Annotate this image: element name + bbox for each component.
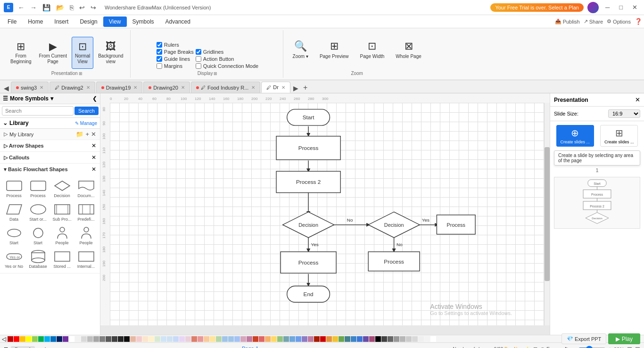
search-input[interactable] [2, 106, 74, 116]
color-swatch[interactable] [63, 336, 68, 342]
color-swatch[interactable] [38, 336, 44, 342]
shape-people-1[interactable]: People [51, 225, 73, 247]
shape-people-2[interactable]: People [75, 225, 97, 247]
share-btn[interactable]: ↗ Share [584, 18, 603, 25]
export-quick-btn[interactable]: ⎘ [68, 3, 75, 12]
save-btn[interactable]: 💾 [41, 3, 52, 12]
color-swatch[interactable] [112, 336, 117, 342]
zoom-slider[interactable] [578, 346, 606, 348]
color-swatch[interactable] [155, 336, 160, 342]
symbols-collapse-btn[interactable]: ❮ [92, 95, 97, 102]
color-swatch[interactable] [369, 336, 375, 342]
color-swatch[interactable] [173, 336, 179, 342]
fit-page-btn[interactable]: ⊡ [627, 346, 632, 348]
color-swatch[interactable] [363, 336, 369, 342]
tab-food-industry[interactable]: 🖊 Food Industry R... ✕ [191, 82, 260, 93]
slide-thumbnail[interactable]: Start Process Process 2 Decision [554, 177, 640, 229]
zoom-in-btn[interactable]: + [608, 346, 612, 348]
page-name-label[interactable]: Page-1 [11, 346, 35, 348]
color-swatch[interactable] [26, 336, 32, 342]
publish-btn[interactable]: 📤 Publish [555, 18, 580, 25]
color-swatch[interactable] [99, 336, 105, 342]
color-swatch[interactable] [75, 336, 81, 342]
undo-btn[interactable]: ↩ [77, 3, 87, 12]
menu-home[interactable]: Home [22, 17, 49, 27]
create-slide-export-btn[interactable]: ⊞ Create slides ... [600, 125, 638, 147]
check-action-button[interactable]: Action Button [196, 56, 258, 62]
shape-start-oval-h[interactable]: Start [3, 225, 25, 247]
shape-decision[interactable]: Decision [51, 178, 73, 199]
color-swatch[interactable] [314, 336, 320, 342]
close-btn[interactable]: ✕ [629, 3, 640, 12]
color-swatch[interactable] [357, 336, 363, 342]
shape-internal[interactable]: Internal... [75, 249, 97, 270]
from-current-btn[interactable]: ▶ From CurrentPage [36, 37, 69, 69]
tab-close-swing3[interactable]: ✕ [40, 85, 43, 90]
color-swatch[interactable] [240, 336, 246, 342]
menu-insert[interactable]: Insert [49, 17, 74, 27]
options-btn[interactable]: ⚙ Options [607, 18, 631, 25]
from-beginning-btn[interactable]: ⊞ FromBeginning [8, 37, 34, 69]
my-library-add-btn[interactable]: + [85, 131, 89, 138]
menu-symbols[interactable]: Symbols [127, 17, 160, 27]
tab-swing3[interactable]: swing3 ✕ [11, 82, 49, 93]
help-btn[interactable]: ❓ [635, 18, 642, 25]
menu-file[interactable]: File [2, 17, 22, 27]
color-swatch[interactable] [93, 336, 99, 342]
shape-process-2[interactable]: Process [27, 178, 49, 199]
page-grid-btn[interactable]: ⊞ [4, 346, 8, 348]
color-swatch[interactable] [296, 336, 301, 342]
shape-process-1[interactable]: Process [3, 178, 25, 199]
basic-flowchart-header[interactable]: ▾ Basic Flowchart Shapes ✕ [0, 164, 100, 175]
my-library-folder-btn[interactable]: 📁 [76, 131, 83, 138]
shape-data[interactable]: Data [3, 201, 25, 223]
zoom-btn[interactable]: 🔍 Zoom ▾ [289, 33, 312, 66]
check-margins[interactable]: Margins [157, 63, 194, 69]
color-swatch[interactable] [210, 336, 215, 342]
color-swatch[interactable] [106, 336, 111, 342]
slide-size-select[interactable]: 16:9 4:3 Custom [608, 109, 640, 118]
check-rulers[interactable]: Rulers [157, 42, 194, 48]
color-swatch[interactable] [308, 336, 314, 342]
gridlines-checkbox[interactable] [196, 49, 201, 55]
shape-predefined[interactable]: Predefi... [75, 201, 97, 223]
color-swatch[interactable] [430, 336, 436, 342]
color-swatch[interactable] [412, 336, 418, 342]
tab-close-drawing2[interactable]: ✕ [86, 85, 90, 90]
open-btn[interactable]: 📂 [54, 3, 66, 12]
search-button[interactable]: Search [74, 107, 99, 115]
tab-close-food[interactable]: ✕ [251, 85, 255, 90]
background-view-btn[interactable]: 🖼 Backgroundview [95, 37, 126, 69]
clock-btn[interactable]: ⏱ [563, 347, 569, 348]
color-swatch[interactable] [20, 336, 25, 342]
color-swatch[interactable] [136, 336, 142, 342]
shape-sub-process[interactable]: Sub Pro... [51, 201, 73, 223]
trial-button[interactable]: Your Free Trial is over. Select a Plan [490, 3, 584, 12]
check-guide-lines[interactable]: Guide lines [157, 56, 194, 62]
layers-btn[interactable]: ⊞ [533, 346, 537, 348]
add-tab-btn[interactable]: + [300, 83, 310, 93]
callouts-header[interactable]: ▷ Callouts ✕ [0, 152, 100, 163]
tab-drawing20[interactable]: Drawing20 ✕ [143, 82, 190, 93]
tab-nav-forward[interactable]: ▶ [291, 83, 300, 93]
canvas-content[interactable]: No Yes Yes No Start [110, 103, 550, 325]
color-swatch[interactable] [418, 336, 424, 342]
action-button-checkbox[interactable] [196, 56, 201, 62]
color-swatch[interactable] [289, 336, 295, 342]
check-quick-connection[interactable]: Quick Connection Mode [196, 63, 258, 69]
color-swatch[interactable] [32, 336, 38, 342]
color-swatch[interactable] [375, 336, 381, 342]
color-swatch[interactable] [191, 336, 197, 342]
color-swatch[interactable] [271, 336, 277, 342]
color-swatch[interactable] [69, 336, 74, 342]
color-swatch[interactable] [265, 336, 271, 342]
shape-document[interactable]: Docum... [75, 178, 97, 199]
canvas-area[interactable]: 0 20 40 60 80 100 120 140 160 180 200 22… [100, 93, 550, 335]
color-swatch[interactable] [142, 336, 148, 342]
color-swatch[interactable] [216, 336, 222, 342]
canvas-scrollbar[interactable] [544, 103, 550, 325]
tab-drawing2[interactable]: 🖊 Drawing2 ✕ [50, 82, 95, 93]
guide-lines-checkbox[interactable] [157, 56, 162, 62]
tab-nav-back[interactable]: ◀ [2, 83, 11, 93]
menu-view[interactable]: View [103, 17, 127, 27]
